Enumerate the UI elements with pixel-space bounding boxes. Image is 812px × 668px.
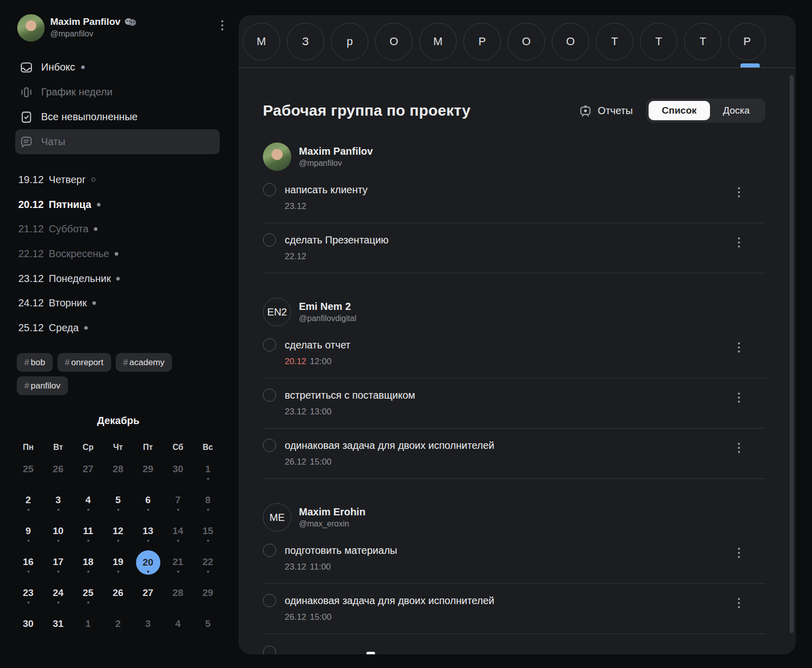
calendar-day[interactable]: 17 (43, 551, 73, 582)
task-menu-button[interactable] (735, 339, 743, 356)
assignee-avatar[interactable]: ME (263, 503, 291, 532)
calendar-day[interactable]: 25 (73, 582, 103, 613)
task-checkbox[interactable] (263, 389, 276, 402)
task-menu-button[interactable] (735, 595, 743, 611)
calendar-day[interactable]: 2 (13, 489, 43, 520)
task-menu-button[interactable] (735, 390, 743, 406)
task-row[interactable]: встретиться с поставщиком 23.12 13:00 (263, 378, 765, 429)
tag-chip[interactable]: #onreport (57, 353, 111, 372)
calendar-day[interactable]: 31 (43, 613, 73, 644)
member-avatar[interactable]: Т (596, 23, 633, 60)
task-checkbox[interactable] (263, 183, 276, 196)
task-row[interactable]: одинаковая задача для двоих исполнителей… (263, 429, 765, 479)
calendar-day[interactable]: 15 (193, 520, 223, 551)
view-toggle-list[interactable]: Список (649, 101, 710, 120)
calendar-day-selected[interactable]: 20 (133, 551, 163, 582)
calendar-day[interactable]: 26 (43, 459, 73, 489)
calendar-day[interactable]: 4 (73, 489, 103, 520)
calendar-day[interactable]: 30 (13, 613, 43, 644)
tag-chip[interactable]: #bob (17, 353, 53, 372)
calendar-day[interactable]: 3 (133, 613, 163, 644)
member-avatar[interactable]: О (375, 23, 413, 60)
calendar-day[interactable]: 2 (103, 613, 133, 644)
calendar-day[interactable]: 12 (103, 520, 133, 551)
calendar-day[interactable]: 8 (193, 489, 223, 520)
member-avatar[interactable]: З (287, 23, 324, 60)
tag-chip[interactable]: #academy (116, 353, 172, 372)
task-row[interactable]: написать клиенту 23.12 (263, 173, 765, 223)
calendar-day[interactable]: 25 (13, 459, 43, 489)
calendar-day[interactable]: 7 (163, 489, 193, 520)
calendar-day[interactable]: 26 (103, 582, 133, 613)
member-avatar[interactable]: О (552, 23, 589, 60)
member-avatar[interactable]: Р (463, 23, 501, 60)
calendar-day[interactable]: 22 (193, 551, 223, 582)
calendar-day[interactable]: 30 (163, 459, 193, 489)
member-avatar[interactable]: Т (684, 23, 722, 60)
calendar-day[interactable]: 28 (163, 582, 193, 613)
member-avatar[interactable]: Т (640, 23, 678, 60)
calendar-day[interactable]: 21 (163, 551, 193, 582)
member-avatar[interactable]: р (331, 23, 368, 60)
task-menu-button[interactable] (735, 234, 743, 251)
calendar-day[interactable]: 1 (193, 459, 223, 489)
sidebar-day[interactable]: 21.12 Суббота (18, 217, 221, 241)
member-avatar[interactable]: М (419, 23, 457, 60)
task-row[interactable]: сделать отчет 20.12 12:00 (263, 328, 765, 378)
sidebar-day[interactable]: 25.12 Среда (18, 315, 221, 340)
calendar-day[interactable]: 18 (73, 551, 103, 582)
tag-chip[interactable]: #panfilov (17, 376, 68, 395)
calendar-day[interactable]: 24 (43, 582, 73, 613)
calendar-day[interactable]: 13 (133, 520, 163, 551)
calendar-day[interactable]: 23 (13, 582, 43, 613)
assignee-avatar[interactable] (263, 143, 291, 171)
sidebar-item-chats[interactable]: Чаты (15, 129, 220, 154)
task-checkbox[interactable] (263, 439, 276, 452)
calendar-day[interactable]: 16 (13, 551, 43, 582)
reports-button[interactable]: Отчеты (579, 104, 633, 118)
profile-avatar[interactable] (17, 14, 45, 42)
task-menu-button[interactable] (735, 440, 743, 456)
calendar-day[interactable]: 27 (133, 582, 163, 613)
profile-block[interactable]: Maxim Panfilov @mpanfilov (17, 13, 225, 44)
calendar-day[interactable]: 29 (193, 582, 223, 613)
task-row-partial[interactable] (263, 634, 765, 654)
profile-menu-button[interactable] (218, 17, 226, 33)
task-menu-button[interactable] (735, 545, 743, 561)
calendar-day[interactable]: 1 (73, 613, 103, 644)
sidebar-day[interactable]: 23.12 Понедельник (18, 266, 221, 291)
member-avatar[interactable]: О (507, 23, 545, 60)
task-menu-button[interactable] (735, 184, 743, 200)
view-toggle-board[interactable]: Доска (710, 101, 763, 120)
calendar-day[interactable]: 9 (13, 520, 43, 551)
calendar-day[interactable]: 5 (103, 489, 133, 520)
sidebar-item-inbox[interactable]: Инбокс (15, 55, 220, 80)
calendar-day-selected[interactable]: 19 (103, 551, 133, 582)
member-avatar-active[interactable]: Р (728, 23, 766, 60)
task-checkbox[interactable] (263, 544, 276, 557)
task-row[interactable]: подготовить материалы 23.12 11:00 (263, 534, 765, 584)
calendar-day[interactable]: 4 (163, 613, 193, 644)
calendar-day[interactable]: 28 (103, 459, 133, 489)
sidebar-day[interactable]: 22.12 Воскресенье (18, 241, 221, 266)
sidebar-day[interactable]: 20.12 Пятница (18, 192, 221, 217)
task-checkbox[interactable] (263, 338, 276, 351)
sidebar-item-all-undone[interactable]: Все невыполненные (15, 104, 220, 129)
member-avatar[interactable]: М (243, 23, 280, 60)
calendar-day[interactable]: 6 (133, 489, 163, 520)
task-checkbox[interactable] (263, 233, 276, 247)
task-row[interactable]: сделать Презентацию 22.12 (263, 223, 765, 273)
task-checkbox[interactable] (263, 646, 276, 654)
calendar-day[interactable]: 11 (73, 520, 103, 551)
calendar-day[interactable]: 3 (43, 489, 73, 520)
calendar-day[interactable]: 14 (163, 520, 193, 551)
calendar-day[interactable]: 29 (133, 459, 163, 489)
sidebar-day[interactable]: 19.12 Четверг (18, 167, 221, 192)
scrollbar[interactable] (790, 75, 794, 633)
assignee-avatar[interactable]: EN2 (263, 298, 291, 326)
sidebar-day[interactable]: 24.12 Вторник (18, 291, 221, 315)
calendar-day[interactable]: 27 (73, 459, 103, 489)
calendar-day[interactable]: 10 (43, 520, 73, 551)
sidebar-item-week-schedule[interactable]: График недели (15, 80, 220, 104)
calendar-day[interactable]: 5 (193, 613, 223, 644)
